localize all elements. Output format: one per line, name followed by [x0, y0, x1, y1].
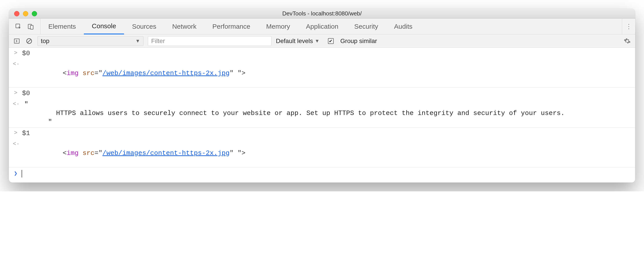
console-input-text[interactable]: $0	[22, 88, 631, 98]
window-title: DevTools - localhost:8080/web/	[9, 10, 635, 17]
tab-network[interactable]: Network	[164, 18, 204, 34]
clear-console-icon[interactable]	[25, 37, 33, 45]
tab-elements[interactable]: Elements	[40, 18, 84, 34]
console-input-text[interactable]: $0	[22, 48, 631, 58]
svg-rect-2	[30, 26, 33, 29]
console-input-text[interactable]: $1	[22, 128, 631, 138]
input-marker-icon: >	[13, 128, 18, 137]
resource-link[interactable]: /web/images/content-https-2x.jpg	[102, 70, 230, 77]
tab-security[interactable]: Security	[346, 18, 386, 34]
tab-performance[interactable]: Performance	[204, 18, 258, 34]
chevron-down-icon: ▼	[135, 38, 140, 44]
tab-audits[interactable]: Audits	[386, 18, 420, 34]
input-marker-icon: >	[13, 88, 18, 97]
console-output-row: <· <img src="/web/images/content-https-2…	[9, 138, 635, 168]
resource-link[interactable]: /web/images/content-https-2x.jpg	[102, 150, 230, 157]
tab-memory[interactable]: Memory	[258, 18, 298, 34]
context-value: top	[41, 38, 50, 44]
console-output-text[interactable]: " HTTPS allows users to securely connect…	[22, 100, 631, 126]
chevron-down-icon: ▼	[315, 38, 320, 44]
levels-label: Default levels	[276, 38, 313, 44]
devtools-window: DevTools - localhost:8080/web/ Elements …	[9, 9, 635, 182]
sidebar-toggle-icon[interactable]	[13, 37, 21, 45]
context-selector[interactable]: top ▼	[38, 36, 144, 46]
console-input-row: > $1	[9, 128, 635, 138]
device-toolbar-icon[interactable]	[27, 23, 34, 30]
output-marker-icon: <·	[13, 140, 18, 148]
log-levels-selector[interactable]: Default levels ▼	[276, 38, 320, 44]
console-prompt[interactable]: ❯	[9, 168, 635, 182]
group-similar-checkbox[interactable]: ✔	[328, 38, 334, 44]
console-toolbar: top ▼ Filter Default levels ▼ ✔ Group si…	[9, 34, 635, 48]
text-cursor	[22, 170, 22, 178]
console-output-html[interactable]: <img src="/web/images/content-https-2x.j…	[22, 60, 631, 86]
console-output: > $0 <· <img src="/web/images/content-ht…	[9, 48, 635, 182]
more-options-icon[interactable]: ⋮	[622, 18, 635, 34]
console-output-html[interactable]: <img src="/web/images/content-https-2x.j…	[22, 140, 631, 166]
tab-console[interactable]: Console	[84, 18, 124, 34]
check-icon: ✔	[329, 38, 332, 44]
inspect-element-icon[interactable]	[14, 23, 22, 30]
console-input-row: > $0	[9, 88, 635, 99]
prompt-marker-icon: ❯	[13, 169, 18, 178]
svg-line-5	[28, 39, 31, 42]
filter-input[interactable]: Filter	[148, 36, 272, 46]
console-output-row: <· <img src="/web/images/content-https-2…	[9, 59, 635, 88]
titlebar: DevTools - localhost:8080/web/	[9, 9, 635, 18]
settings-icon[interactable]	[623, 37, 631, 45]
tab-application[interactable]: Application	[298, 18, 346, 34]
panel-tabs: Elements Console Sources Network Perform…	[9, 18, 635, 34]
output-marker-icon: <·	[13, 60, 18, 68]
tab-sources[interactable]: Sources	[124, 18, 164, 34]
inspect-tools	[9, 18, 40, 34]
filter-placeholder: Filter	[151, 38, 165, 44]
output-marker-icon: <·	[13, 100, 18, 108]
console-input-row: > $0	[9, 48, 635, 59]
input-marker-icon: >	[13, 48, 18, 58]
group-similar-label: Group similar	[340, 38, 377, 44]
console-output-row: <· " HTTPS allows users to securely conn…	[9, 99, 635, 128]
